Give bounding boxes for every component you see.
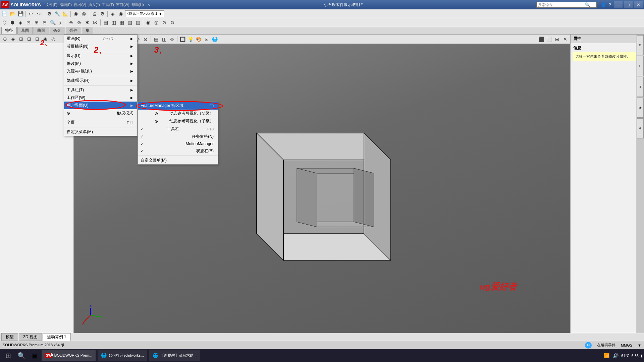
menu-customize[interactable]: 自定义菜单(M) — [64, 128, 137, 136]
tab-sketch[interactable]: 草图 — [17, 27, 33, 34]
show-desktop-icon[interactable]: ▮ — [641, 354, 643, 358]
menu-insert-title[interactable]: 插入(J) — [88, 2, 100, 7]
tb-options[interactable]: ⚙ — [99, 10, 106, 17]
search-input[interactable] — [538, 3, 585, 7]
tb2-2[interactable]: ⬢ — [9, 19, 16, 26]
tb2-11[interactable]: ✱ — [84, 19, 91, 26]
vt-btn9[interactable]: ⊙ — [142, 36, 149, 43]
sub-task-pane[interactable]: ✓ 任务窗格(N) — [138, 133, 218, 140]
tb2-4[interactable]: ⊡ — [25, 19, 32, 26]
vt-prev[interactable]: ⬛ — [537, 36, 545, 43]
tb2-10[interactable]: ⊗ — [75, 19, 83, 26]
menu-tools-title[interactable]: 工具(T) — [102, 2, 114, 7]
vt-orient[interactable]: 🔲 — [179, 36, 186, 43]
menu-user-interface[interactable]: 用户界面(U) ▶ — [64, 102, 137, 109]
tb2-18[interactable]: ◉ — [145, 19, 152, 26]
status-units-arrow[interactable]: ▼ — [638, 343, 641, 347]
menu-file[interactable]: 文件(F) — [46, 2, 58, 7]
tb-view2[interactable]: ◎ — [80, 10, 88, 17]
sub-dynamic-parent[interactable]: ⊙ 动态参考可视化（父级） — [138, 110, 218, 117]
tb2-1[interactable]: ⬡ — [1, 19, 8, 26]
minimize-button[interactable]: ─ — [614, 1, 623, 8]
start-button[interactable]: ⊞ — [1, 350, 15, 362]
tb2-15[interactable]: ▦ — [118, 19, 125, 26]
sub-feature-manager[interactable]: FeatureManager 拆区域 F9 — [138, 102, 218, 110]
vt-close[interactable]: ✕ — [561, 36, 569, 43]
tb2-13[interactable]: ▤ — [102, 19, 109, 26]
vt-color[interactable]: 🎨 — [195, 36, 202, 43]
viewport-3d[interactable]: ug爱好者 X Y Z 2、 3、 — [74, 44, 570, 333]
menu-light[interactable]: 光源与相机(L) ▶ — [64, 67, 137, 75]
lp-tb4[interactable]: ⊡ — [25, 35, 33, 43]
tb2-3[interactable]: ◈ — [17, 19, 24, 26]
tb2-12[interactable]: ⋈ — [92, 19, 99, 26]
taskbar-browser2[interactable]: 🌐 【新提醒】菜鸟求助... — [149, 350, 200, 361]
tb2-20[interactable]: ⊙ — [161, 19, 168, 26]
menu-redraw[interactable]: 重画(R) Ctrl+R ▶ — [64, 35, 137, 43]
side-tab-1[interactable]: ⊞ — [637, 35, 644, 55]
side-tab-3[interactable]: ◈ — [637, 77, 644, 97]
vt-btn10[interactable]: ▤ — [152, 36, 160, 43]
tb-print[interactable]: 🖨 — [91, 10, 98, 17]
vt-light[interactable]: 💡 — [187, 36, 194, 43]
vt-env[interactable]: 🌐 — [211, 36, 218, 43]
tb-rebuild[interactable]: ⚙ — [46, 10, 53, 17]
ui-submenu[interactable]: FeatureManager 拆区域 F9 ⊙ 动态参考可视化（父级） ⊙ 动态… — [138, 102, 218, 165]
tb2-17[interactable]: ▨ — [134, 19, 142, 26]
menu-help-title[interactable]: 帮助(H) — [131, 2, 144, 7]
tab-assembly[interactable]: 集 — [82, 27, 93, 34]
menu-fullscreen[interactable]: 全屏 F11 — [64, 119, 137, 126]
tb2-5[interactable]: ⊞ — [33, 19, 40, 26]
tb2-9[interactable]: ⊕ — [67, 19, 75, 26]
close-button[interactable]: ✕ — [634, 1, 643, 8]
tb-more2[interactable]: ◉ — [117, 10, 124, 17]
vt-split[interactable]: ⊞ — [553, 36, 561, 43]
menu-workspace[interactable]: 工作区(W) ▶ — [64, 94, 137, 102]
menu-hide-show[interactable]: 隐藏/显示(H) ▶ — [64, 77, 137, 84]
tab-model[interactable]: 模型 — [1, 333, 18, 341]
tb-measure[interactable]: 📐 — [62, 10, 69, 17]
sub-motion-manager[interactable]: ✓ MotionManager — [138, 140, 218, 147]
tb-new[interactable]: 📄 — [1, 10, 8, 17]
tb-sel[interactable]: 🔧 — [54, 10, 61, 17]
tab-feature[interactable]: 特征 — [1, 27, 17, 34]
tb-open[interactable]: 📂 — [9, 10, 16, 17]
side-tab-2[interactable]: ⊡ — [637, 56, 644, 76]
tb2-8[interactable]: ∑ — [57, 19, 64, 26]
taskbar-taskview-icon[interactable]: ▣ — [28, 350, 40, 362]
tb2-14[interactable]: ▥ — [110, 19, 117, 26]
vt-btn12[interactable]: ⊗ — [168, 36, 176, 43]
vt-next[interactable]: ⬜ — [545, 36, 553, 43]
sub-statusbar[interactable]: ✓ 状态栏(B) — [138, 147, 218, 155]
lp-tb1[interactable]: ⊕ — [1, 35, 9, 43]
menu-edit-title[interactable]: 编辑(E) — [60, 2, 72, 7]
vt-disp[interactable]: ⊡ — [203, 36, 210, 43]
tb-view1[interactable]: ◉ — [72, 10, 79, 17]
menu-toolbar[interactable]: 工具栏(T) ▶ — [64, 86, 137, 94]
lp-tb5[interactable]: ⊟ — [34, 35, 41, 43]
tb-more1[interactable]: ◈ — [109, 10, 116, 17]
lp-tb3[interactable]: ⊞ — [17, 35, 25, 43]
sub-toolbar[interactable]: ✓ 工具栏 F10 — [138, 125, 218, 133]
taskbar-search-icon[interactable]: 🔍 — [15, 350, 28, 362]
tb2-21[interactable]: ⊚ — [169, 19, 176, 26]
lp-tb2[interactable]: ◈ — [9, 35, 17, 43]
menu-modify[interactable]: 修改(M) ▶ — [64, 60, 137, 67]
tab-weldment[interactable]: 焊件 — [66, 27, 81, 34]
tab-sheetmetal[interactable]: 钣金 — [50, 27, 65, 34]
tab-surface[interactable]: 曲面 — [34, 27, 49, 34]
sub-customize[interactable]: 自定义菜单(M) — [138, 157, 218, 164]
tab-3d-view[interactable]: 3D 视图 — [19, 333, 42, 341]
sub-dynamic-child[interactable]: ⊙ 动态参考可视化（子级） — [138, 117, 218, 125]
side-tab-4[interactable]: ◉ — [637, 98, 644, 118]
menu-view-title[interactable]: 视图(V) — [74, 2, 86, 7]
tb-redo[interactable]: ↪ — [35, 10, 43, 17]
tb2-7[interactable]: 🔍 — [49, 19, 56, 26]
maximize-button[interactable]: □ — [624, 1, 633, 8]
tb2-16[interactable]: ▧ — [126, 19, 133, 26]
display-state-dropdown[interactable]: <默认> 显示状态 1 ▼ — [125, 10, 164, 17]
menu-touch[interactable]: ⊙ 触摸模式 — [64, 109, 137, 117]
tb-undo[interactable]: ↩ — [27, 10, 35, 17]
tb-save[interactable]: 💾 — [17, 10, 24, 17]
tb2-19[interactable]: ◎ — [153, 19, 160, 26]
